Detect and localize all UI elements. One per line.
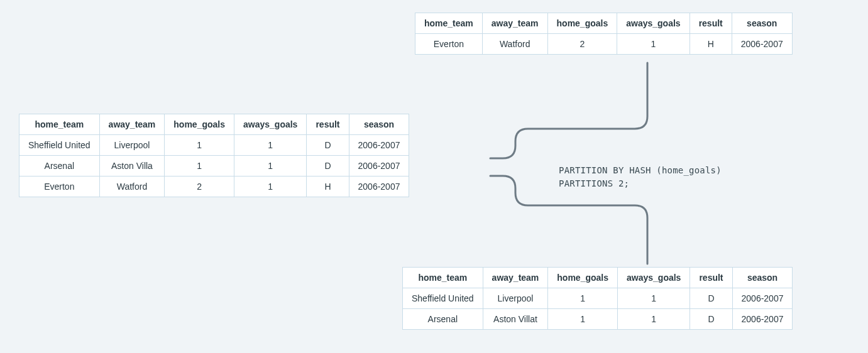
header-row: home_team away_team home_goals aways_goa… <box>403 268 793 288</box>
cell: Liverpool <box>99 135 165 156</box>
cell: 1 <box>165 156 234 176</box>
cell: Arsenal <box>19 156 100 176</box>
header-row: home_team away_team home_goals aways_goa… <box>415 13 793 34</box>
cell: D <box>690 309 732 330</box>
cell: 2006-2007 <box>349 135 409 156</box>
connector-top <box>490 63 647 158</box>
cell: Arsenal <box>403 309 483 330</box>
cell: H <box>689 34 732 55</box>
table-row: Sheffield United Liverpool 1 1 D 2006-20… <box>403 288 793 309</box>
col-away-team: away_team <box>99 114 165 135</box>
cell: 2006-2007 <box>732 288 793 309</box>
cell: Sheffield United <box>19 135 100 156</box>
table-row: Sheffield United Liverpool 1 1 D 2006-20… <box>19 135 409 156</box>
cell: Aston Villa <box>99 156 165 176</box>
cell: 2 <box>547 34 617 55</box>
cell: H <box>307 176 349 197</box>
col-aways-goals: aways_goals <box>618 268 690 288</box>
col-away-team: away_team <box>483 268 548 288</box>
cell: 1 <box>548 288 618 309</box>
header-row: home_team away_team home_goals aways_goa… <box>19 114 409 135</box>
col-home-team: home_team <box>403 268 483 288</box>
cell: Liverpool <box>483 288 548 309</box>
cell: D <box>307 135 349 156</box>
table-row: Everton Watford 2 1 H 2006-2007 <box>19 176 409 197</box>
col-season: season <box>349 114 409 135</box>
cell: D <box>307 156 349 176</box>
cell: 2006-2007 <box>349 176 409 197</box>
cell: 1 <box>617 34 689 55</box>
col-aways-goals: aways_goals <box>234 114 307 135</box>
col-season: season <box>732 13 792 34</box>
cell: 2006-2007 <box>732 309 793 330</box>
cell: 2 <box>165 176 234 197</box>
cell: 1 <box>234 156 307 176</box>
source-table: home_team away_team home_goals aways_goa… <box>19 114 409 197</box>
col-aways-goals: aways_goals <box>617 13 689 34</box>
cell: 1 <box>234 135 307 156</box>
col-home-team: home_team <box>415 13 483 34</box>
table-row: Everton Watford 2 1 H 2006-2007 <box>415 34 793 55</box>
cell: Aston Villat <box>483 309 548 330</box>
table-row: Arsenal Aston Villat 1 1 D 2006-2007 <box>403 309 793 330</box>
cell: Everton <box>19 176 100 197</box>
col-result: result <box>307 114 349 135</box>
cell: 2006-2007 <box>732 34 792 55</box>
col-home-goals: home_goals <box>165 114 234 135</box>
col-result: result <box>690 268 732 288</box>
partition-bottom-table: home_team away_team home_goals aways_goa… <box>402 267 793 330</box>
cell: Everton <box>415 34 483 55</box>
cell: 1 <box>618 309 690 330</box>
col-home-team: home_team <box>19 114 100 135</box>
partition-top-table: home_team away_team home_goals aways_goa… <box>415 13 793 55</box>
cell: 1 <box>165 135 234 156</box>
cell: 1 <box>234 176 307 197</box>
col-season: season <box>732 268 793 288</box>
partition-sql: PARTITION BY HASH (home_goals) PARTITION… <box>559 164 722 190</box>
cell: Watford <box>482 34 547 55</box>
table-row: Arsenal Aston Villa 1 1 D 2006-2007 <box>19 156 409 176</box>
cell: 1 <box>548 309 618 330</box>
sql-line-2: PARTITIONS 2; <box>559 177 722 190</box>
col-home-goals: home_goals <box>547 13 617 34</box>
cell: 1 <box>618 288 690 309</box>
col-result: result <box>689 13 732 34</box>
cell: D <box>690 288 732 309</box>
sql-line-1: PARTITION BY HASH (home_goals) <box>559 164 722 177</box>
cell: 2006-2007 <box>349 156 409 176</box>
cell: Watford <box>99 176 165 197</box>
cell: Sheffield United <box>403 288 483 309</box>
col-away-team: away_team <box>482 13 547 34</box>
col-home-goals: home_goals <box>548 268 618 288</box>
